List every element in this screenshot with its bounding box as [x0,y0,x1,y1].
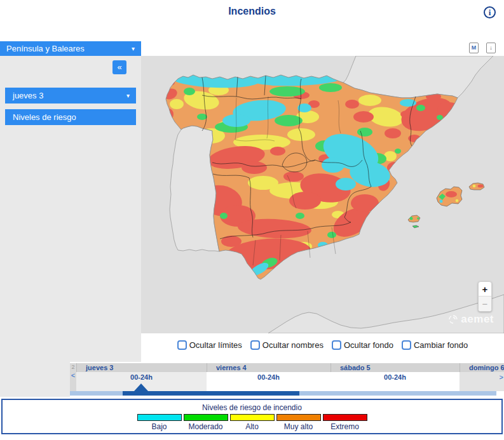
day-dropdown[interactable]: jueves 3 ▾ [5,88,136,103]
option-cambiar-fondo: Cambiar fondo [402,340,468,350]
legend-swatch-alto [230,414,275,421]
legend-swatch-bajo [137,414,182,421]
legend-swatch-muy-alto [276,414,321,421]
ocultar-nombres-checkbox[interactable] [250,340,260,350]
region-dropdown[interactable]: Península y Baleares ▾ [0,41,141,56]
legend-swatch-moderado [184,414,228,421]
zoom-out-button[interactable]: − [479,297,491,311]
day-header[interactable]: jueves 3 [76,363,207,372]
download-icon[interactable]: ↓ [486,43,496,53]
sidebar-panel: « jueves 3 ▾ Niveles de riesgo [0,56,141,362]
legend-label: Moderado [184,422,228,431]
legend-label: Bajo [137,422,182,431]
page-title: Incendios [0,6,504,17]
option-label: Ocultar fondo [344,340,393,350]
animation-player: 1x ▶▶ [0,362,70,397]
option-label: Cambiar fondo [414,340,468,350]
option-label: Ocultar límites [189,340,242,350]
aemet-watermark-text: aemet [461,313,494,326]
chevron-down-icon: ▾ [126,88,130,103]
chevron-down-icon: ▾ [132,41,135,56]
legend-label: Muy alto [276,422,321,431]
risk-levels-button[interactable]: Niveles de riesgo [5,109,136,125]
ocultar-fondo-checkbox[interactable] [332,340,341,350]
map-options-row: Ocultar límites Ocultar nombres Ocultar … [141,337,504,352]
ocultar-limites-checkbox[interactable] [177,340,187,350]
timeline-day-sabado: sábado 5 00-24h [330,363,460,391]
cambiar-fondo-checkbox[interactable] [402,340,411,350]
incendios-app: Incendios i Península y Baleares ▾ « jue… [0,0,504,440]
current-time-marker[interactable] [134,383,148,391]
legend-swatch-extremo [323,414,367,421]
option-ocultar-fondo: Ocultar fondo [332,340,393,350]
spain-fire-risk-map[interactable]: + − aemet [141,56,504,333]
option-label: Ocultar nombres [262,340,324,350]
day-slot[interactable]: 00-24h [330,372,460,391]
aemet-logo-icon [447,314,459,325]
option-ocultar-limites: Ocultar límites [177,340,242,350]
aemet-watermark: aemet [447,313,494,326]
week-number: 2 [70,363,76,371]
day-dropdown-value: jueves 3 [13,91,43,100]
legend-label: Extremo [323,422,367,431]
legend-label: Alto [230,422,275,431]
timeline-day-viernes: viernes 4 00-24h [207,363,330,391]
map-canvas [141,56,504,333]
zoom-in-button[interactable]: + [479,282,491,297]
risk-legend: Niveles de riesgo de incendio Bajo Moder… [1,399,503,434]
info-icon[interactable]: i [484,6,496,18]
option-ocultar-nombres: Ocultar nombres [250,340,324,350]
timeline: 2 < jueves 3 00-24h viernes 4 00-24h sáb… [70,363,504,397]
day-header[interactable]: sábado 5 [330,363,460,372]
region-dropdown-value: Península y Baleares [6,44,85,53]
legend-swatches [137,414,367,421]
scroll-right-arrow[interactable]: > [500,373,503,381]
timeline-day-domingo: domingo 6 [460,363,504,391]
map-zoom-control: + − [478,281,492,312]
timeline-progress-bar[interactable] [70,391,504,396]
scroll-left-arrow[interactable]: < [70,371,76,379]
legend-title: Niveles de riesgo de incendio [3,403,501,412]
bar-segment-light [70,391,123,396]
day-header[interactable]: viernes 4 [207,363,330,372]
legend-labels: Bajo Moderado Alto Muy alto Extremo [137,422,367,431]
collapse-sidebar-button[interactable]: « [112,60,126,74]
day-header[interactable]: domingo 6 [460,363,504,372]
map-document-icon[interactable]: M [469,43,479,53]
bar-segment-dark [123,391,299,396]
bar-segment-light [299,391,496,396]
day-slot[interactable] [460,372,504,391]
day-slot[interactable]: 00-24h [207,372,330,391]
